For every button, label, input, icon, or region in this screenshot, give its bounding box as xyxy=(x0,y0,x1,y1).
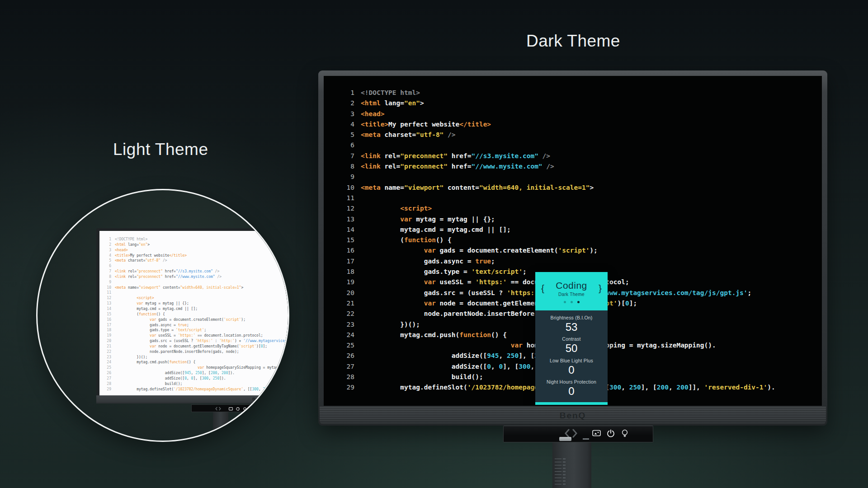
code-line: 29 mytag.defineSlot('/1023782/homepageDy… xyxy=(107,387,289,392)
osd-setting-value: 50 xyxy=(562,342,580,355)
code-line: 21 var node = document.getElementsByTagN… xyxy=(107,344,289,349)
code-line: 13 var mytag = mytag || {}; xyxy=(342,214,822,225)
code-line: 7<link rel="preconnect" href="//s3.mysit… xyxy=(342,151,822,161)
code-line: 9 xyxy=(107,280,289,285)
osd-brace-left: { xyxy=(541,283,544,294)
code-line: 20 gads.src = (useSSL ? 'https:' : 'http… xyxy=(107,338,289,344)
osd-setting-label: Contrast xyxy=(562,336,580,342)
light-theme-title: Light Theme xyxy=(113,140,208,159)
stand-scale-tick xyxy=(555,478,561,478)
osd-mode-label: Coding xyxy=(535,272,608,291)
stand-connector xyxy=(559,437,571,441)
code-icon xyxy=(215,404,221,413)
monitor-screen: 1<!DOCTYPE html>2<html lang="en">3<head>… xyxy=(324,76,822,406)
code-line: 5<meta charset="utf-8" /> xyxy=(107,258,289,263)
code-line: 23 })(); xyxy=(107,355,289,360)
osd-setting-value: 53 xyxy=(550,321,592,333)
light-theme-magnifier: 1<!DOCTYPE html>2<html lang="en">3<head>… xyxy=(36,189,289,442)
display-mode-icon xyxy=(229,404,233,413)
code-line: 10<meta name="viewport" content="width=6… xyxy=(342,183,822,193)
osd-setting-value: 0 xyxy=(547,385,596,398)
code-line: 1<!DOCTYPE html> xyxy=(342,88,822,98)
code-line: 6 xyxy=(342,140,822,150)
code-line: 16 var gads = document.createElement('sc… xyxy=(342,245,822,256)
osd-setting-label: Night Hours Protection xyxy=(547,379,596,385)
stand-scale-tick xyxy=(555,471,561,472)
code-line: 10<meta name="viewport" content="width=6… xyxy=(107,285,289,291)
power-icon xyxy=(236,404,240,413)
osd-accent-strip xyxy=(535,402,608,405)
low-blue-light-icon xyxy=(243,404,246,413)
code-line: 17 gads.async = true; xyxy=(342,256,822,267)
code-line: 22 node.parentNode.insertBefore(gads, no… xyxy=(107,349,289,355)
osd-pager-dot xyxy=(577,301,580,303)
stand-scale-tick xyxy=(555,462,561,462)
code-line: 15 (function() { xyxy=(342,235,822,245)
monitor-control-bar xyxy=(503,426,653,442)
osd-setting-value: 0 xyxy=(550,364,593,376)
code-line: 6 xyxy=(107,263,289,269)
code-line: 27 addSize([0, 0], [300, 250]). xyxy=(107,376,289,381)
code-line: 3<head> xyxy=(342,109,822,119)
mini-control-bar xyxy=(191,404,254,412)
osd-settings-list: Brightness (B.I.On)53Contrast50Low Blue … xyxy=(535,310,608,402)
code-line: 24 mytag.cmd.push(function() { xyxy=(107,360,289,365)
mini-monitor-stand xyxy=(213,412,228,434)
code-line: 8<link rel="preconnect" href="//www.mysi… xyxy=(107,274,289,280)
osd-setting-low-blue-light-plus: Low Blue Light Plus0 xyxy=(550,358,593,376)
code-line: 16 var gads = document.createElement('sc… xyxy=(107,317,289,323)
code-line: 5<meta charset="utf-8" /> xyxy=(342,130,822,140)
power-icon xyxy=(607,429,615,439)
code-line: 15 (function() { xyxy=(107,312,289,317)
code-line: 12 <script> xyxy=(342,203,822,214)
osd-setting-night-hours-protection: Night Hours Protection0 xyxy=(547,379,596,398)
code-line: 12 <script> xyxy=(107,296,289,301)
mini-monitor: 1<!DOCTYPE html>2<html lang="en">3<head>… xyxy=(96,228,289,404)
mini-monitor-screen: 1<!DOCTYPE html>2<html lang="en">3<head>… xyxy=(99,231,289,395)
stand-scale-tick xyxy=(555,481,561,481)
monitor-bezel: BenQ xyxy=(320,407,826,424)
code-line: 18 gads.type = 'text/script'; xyxy=(107,328,289,333)
code-line: 3<head> xyxy=(107,248,289,253)
code-line: 17 gads.async = true; xyxy=(107,323,289,328)
code-line: 1<!DOCTYPE html> xyxy=(107,237,289,242)
code-line: 2<html lang="en"> xyxy=(342,98,822,108)
code-line: 14 mytag.cmd = mytag.cmd || []; xyxy=(107,306,289,312)
benq-logo: BenQ xyxy=(560,411,586,421)
code-line: 9 xyxy=(342,172,822,182)
stand-scale-tick xyxy=(555,465,561,465)
code-line: 14 mytag.cmd = mytag.cmd || []; xyxy=(342,225,822,235)
osd-pager-dot xyxy=(564,301,566,303)
stand-height-scale xyxy=(555,459,561,487)
display-mode-icon xyxy=(592,430,601,439)
scene: Dark Theme Light Theme 1<!DOCTYPE html>2… xyxy=(0,0,868,488)
monitor-dark-theme: 1<!DOCTYPE html>2<html lang="en">3<head>… xyxy=(318,70,827,426)
code-line: 2<html lang="en"> xyxy=(107,242,289,248)
code-line: 13 var mytag = mytag || {}; xyxy=(107,301,289,306)
osd-brace-right: } xyxy=(599,283,602,294)
code-line: 28 build(); xyxy=(107,381,289,387)
osd-pager-dots xyxy=(535,298,608,306)
osd-setting-label: Low Blue Light Plus xyxy=(550,358,593,363)
osd-setting-label: Brightness (B.I.On) xyxy=(550,315,592,320)
code-line: 11 xyxy=(342,193,822,203)
stand-scale-tick xyxy=(555,468,561,469)
low-blue-light-icon xyxy=(621,429,628,439)
mini-monitor-bezel: BenQ xyxy=(96,395,289,404)
code-line: 26 addSize([945, 250], [200, 200]). xyxy=(107,371,289,376)
osd-panel: { Coding Dark Theme } Brightness (B.I.On… xyxy=(535,272,608,405)
code-line: 19 var useSSL = 'https:' == document.loc… xyxy=(107,333,289,338)
code-line: 4<title>My perfect website</title> xyxy=(107,253,289,258)
code-line: 4<title>My perfect website</title> xyxy=(342,119,822,130)
code-line: 11 xyxy=(107,290,289,296)
mini-benq-logo: BenQ xyxy=(252,397,265,401)
osd-setting-contrast: Contrast50 xyxy=(562,336,580,355)
dark-theme-title: Dark Theme xyxy=(453,32,693,51)
stand-scale-tick xyxy=(555,484,561,484)
osd-submode-label: Dark Theme xyxy=(535,292,608,297)
code-line: 7<link rel="preconnect" href="//s3.mysit… xyxy=(107,269,289,274)
osd-pager-dot xyxy=(571,301,573,303)
monitor-stand xyxy=(552,442,591,488)
code-line: 8<link rel="preconnect" href="//www.mysi… xyxy=(342,161,822,172)
stand-scale-tick xyxy=(555,474,561,475)
